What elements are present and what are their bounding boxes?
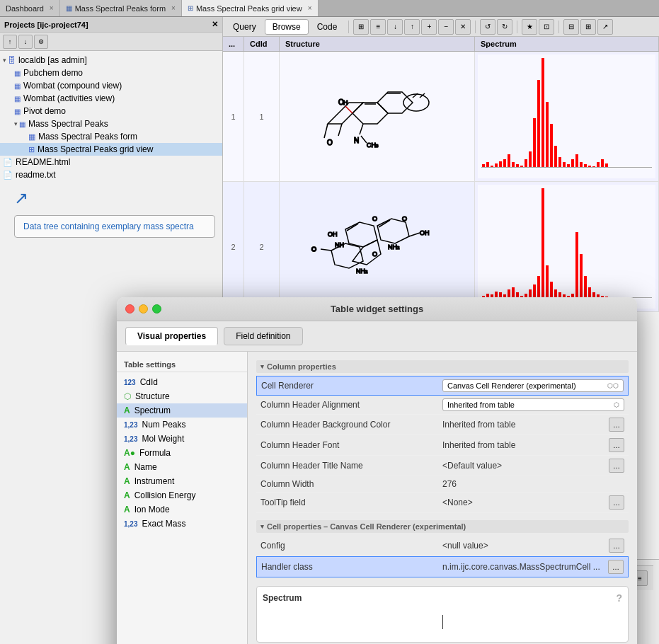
annotation-arrow-icon: ↗ [14,188,222,208]
cell-renderer-select-arrow: ⬡⬡ [607,382,619,389]
tab-dashboard-close[interactable]: × [50,4,54,12]
tree-item-wombat-compound[interactable]: ▦ Wombat (compound view) [0,79,222,92]
grid-row-1: 1 1 [223,52,659,182]
toolbar-tab-code[interactable]: Code [310,20,345,34]
toolbar-btn-11[interactable]: ⊡ [539,19,554,35]
field-item-structure[interactable]: ⬡ Structure [117,389,247,403]
field-item-formula[interactable]: A● Formula [117,446,247,460]
toolbar-btn-6[interactable]: − [438,19,454,35]
field-item-collision[interactable]: A Collision Energy [117,488,247,502]
svg-text:OH: OH [328,231,338,238]
tooltip-input: <None> … [442,495,624,510]
row-num-2: 2 [223,182,244,311]
spectrum-bar [546,102,549,168]
props-row-cell-renderer[interactable]: Cell Renderer Canvas Cell Renderer (expe… [256,376,629,396]
field-icon-structure: ⬡ [124,391,131,401]
grid-tab-icon: ⊞ [188,4,193,12]
settings-btn[interactable]: ⚙ [34,35,48,49]
tree-label-readme-html: README.html [16,157,70,167]
toolbar-btn-12[interactable]: ⊟ [563,19,579,35]
sort-desc-btn[interactable]: ↓ [18,35,33,49]
preview-help-icon[interactable]: ? [616,592,622,604]
field-item-name[interactable]: A Name [117,460,247,474]
field-label-numpeaks: Num Peaks [142,420,185,430]
field-item-molweight[interactable]: 1,23 Mol Weight [117,432,247,446]
sidebar-title-text: Projects [ijc-project74] [4,21,88,29]
tab-grid-close[interactable]: × [308,4,312,12]
tree-item-localdb[interactable]: ▾ 🗄 localdb [as admin] [0,54,222,67]
toolbar-btn-2[interactable]: ≡ [370,19,386,35]
callout-text: Data tree containing exemplary mass spec… [23,222,194,231]
grid-row-2: 2 2 [223,182,659,312]
tree-item-pivot[interactable]: ▦ Pivot demo [0,105,222,117]
tree-item-wombat-activities[interactable]: ▦ Wombat (activities view) [0,92,222,105]
props-row-handler[interactable]: Handler class n.im.ijc.core.canvas.MassS… [256,556,629,577]
toolbar-tab-browse[interactable]: Browse [265,19,309,35]
sidebar-close-icon[interactable]: ✕ [212,20,218,29]
field-item-ionmode[interactable]: A Ion Mode [117,502,247,517]
spectrum-bar [541,188,544,298]
config-btn[interactable]: … [609,539,624,553]
toolbar-btn-10[interactable]: ★ [522,19,537,35]
tree-item-mass[interactable]: ▾ ▦ Mass Spectral Peaks [0,117,222,130]
header-title-value: <Default value> [442,461,606,471]
dialog-close-btn[interactable] [125,304,134,314]
spectrum-bar [533,118,536,168]
cell-properties-section: ▾ Cell properties – Canvas Cell Renderer… [256,520,629,577]
molecule-2-svg: NH NH₂ NH₂ O O O OH [296,187,459,307]
spectrum-bar [554,146,557,168]
dialog-maximize-btn[interactable] [152,304,161,314]
svg-line-31 [409,233,420,236]
field-item-numpeaks[interactable]: 1,23 Num Peaks [117,418,247,432]
field-item-exactmass[interactable]: 1,23 Exact Mass [117,517,247,531]
tree-item-readme-txt[interactable]: 📄 readme.txt [0,168,222,181]
dialog-tab-field[interactable]: Field definition [224,327,302,345]
header-title-btn[interactable]: … [609,459,624,473]
tree-item-mass-grid[interactable]: ⊞ Mass Spectral Peaks grid view [0,143,222,156]
field-label-instrument: Instrument [134,476,175,486]
toolbar-btn-1[interactable]: ⊞ [353,19,369,35]
grid-icon-tree: ⊞ [28,145,35,154]
toolbar-btn-export[interactable]: ↗ [597,19,613,35]
dialog-table-widget-settings: Table widget settings Visual properties … [117,297,637,644]
dialog-tab-visual[interactable]: Visual properties [125,327,218,345]
svg-marker-18 [345,222,377,247]
sort-asc-btn[interactable]: ↑ [3,35,17,49]
props-row-col-width: Column Width 276 [256,476,629,493]
svg-line-6 [345,106,353,113]
field-item-cdid[interactable]: 123 CdId [117,375,247,389]
header-bg-value: Inherited from table [442,420,606,430]
field-item-spectrum[interactable]: A Spectrum [117,403,247,418]
toolbar-btn-3[interactable]: ↓ [387,19,403,35]
tree-item-readme-html[interactable]: 📄 README.html [0,156,222,168]
handler-btn[interactable]: … [608,560,624,574]
tree-item-pubchem[interactable]: ▦ Pubchem demo [0,67,222,79]
svg-line-11 [361,136,367,143]
toolbar-tab-query[interactable]: Query [226,20,263,34]
toolbar-btn-5[interactable]: + [421,19,437,35]
header-font-btn[interactable]: … [609,438,624,452]
row-1-structure: O H N CH₃ [280,52,475,181]
tree-item-mass-form[interactable]: ▦ Mass Spectral Peaks form [0,130,222,143]
toolbar-btn-9[interactable]: ↻ [497,19,512,35]
toolbar-sep-1 [348,21,349,33]
field-type-ionmode: A [124,505,130,514]
toolbar-btn-7[interactable]: ✕ [455,19,471,35]
tab-bar: Dashboard × ▦ Mass Spectral Peaks form ×… [0,0,659,17]
tab-form-close[interactable]: × [171,4,176,12]
toolbar-btn-8[interactable]: ↺ [480,19,495,35]
spectrum-bar [533,284,536,298]
field-type-exactmass: 1,23 [124,520,137,528]
header-bg-btn[interactable]: … [609,418,624,432]
toolbar-btn-13[interactable]: ⊞ [580,19,596,35]
tab-dashboard[interactable]: Dashboard × [0,0,60,16]
toolbar-btn-4[interactable]: ↑ [404,19,420,35]
dialog-minimize-btn[interactable] [139,304,148,314]
cell-renderer-select[interactable]: Canvas Cell Renderer (experimental) ⬡⬡ [442,379,624,392]
tooltip-btn[interactable]: … [609,495,624,510]
tab-grid[interactable]: ⊞ Mass Spectral Peaks grid view × [182,0,319,16]
spectrum-bar [588,287,591,299]
tab-form[interactable]: ▦ Mass Spectral Peaks form × [60,0,182,16]
field-item-instrument[interactable]: A Instrument [117,474,247,488]
header-align-select[interactable]: Inherited from table ⬡ [442,398,624,411]
